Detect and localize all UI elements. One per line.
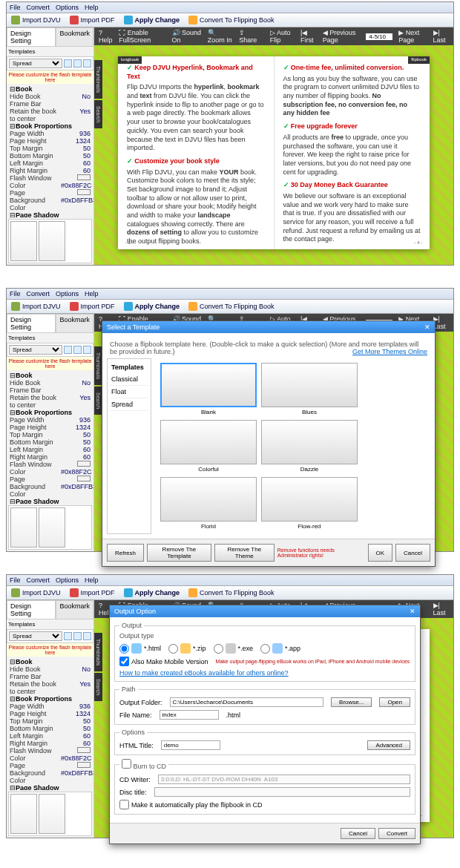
prop-row[interactable]: Bottom Margin50 [8,438,92,446]
autoplay-checkbox[interactable]: Make it automatically play the flipbook … [119,800,263,809]
category-spread[interactable]: Spread [110,398,148,411]
import-pdf-button[interactable]: Import PDF [70,16,115,24]
prop-row[interactable]: Book [8,85,92,93]
prop-row[interactable]: Flash Window Color #0x88F2C [8,174,92,189]
template-item-florid[interactable]: Florid [160,477,257,530]
menu-file[interactable]: File [10,4,21,11]
prop-row[interactable]: Bottom Margin50 [8,152,92,160]
prop-row[interactable]: Page Height1324 [8,710,92,717]
template-browse-icon[interactable] [64,59,72,68]
first-page-button[interactable]: |◀ First [300,29,317,44]
share-button[interactable]: ⇪ Share [239,29,258,44]
howto-link[interactable]: How to make created eBooks available for… [119,669,289,677]
prop-row[interactable]: Page Shadow [8,498,92,504]
prop-row[interactable]: Page Background Color #0xD8FFB3 [8,476,92,498]
prop-row[interactable]: Book [8,658,92,665]
sound-button[interactable]: 🔊 Sound On [172,29,202,44]
cancel-button[interactable]: Cancel [395,544,430,562]
prop-row[interactable]: Page Shadow [8,784,92,790]
remove-theme-button[interactable]: Remove The Theme [214,544,275,562]
prop-row[interactable]: Top Margin50 [8,717,92,725]
tab-design-setting[interactable]: Design Setting [7,27,56,46]
next-page-button[interactable]: ▶ Next Page [398,29,427,44]
more-themes-link[interactable]: Get More Themes Online [352,348,427,355]
close-icon[interactable]: ✕ [410,608,415,615]
prop-row[interactable]: Bottom Margin50 [8,725,92,732]
menu-options[interactable]: Options [56,4,79,11]
prop-row[interactable]: Page Background Color #0xD8FFB3 [8,189,92,211]
template-item-blank[interactable]: Blank [160,363,257,415]
template-item-flow-red[interactable]: Flow-red [261,477,358,530]
close-icon[interactable]: ✕ [424,323,430,331]
prop-row[interactable]: Page Height1324 [8,424,92,431]
prop-row[interactable]: Hide Book Frame BarNo [8,379,92,394]
convert-button[interactable]: Convert To Flipping Book [188,16,274,24]
prop-row[interactable]: Left Margin60 [8,160,92,167]
filename-input[interactable] [160,710,219,720]
template-item-dazzle[interactable]: Dazzle [261,420,358,473]
prop-row[interactable]: Right Margin60 [8,167,92,174]
category-float[interactable]: Float [110,386,148,398]
autoflip-button[interactable]: ▷ Auto Flip [270,29,295,44]
type-app[interactable]: *.app [260,643,300,654]
prop-row[interactable]: Hide Book Frame BarNo [8,93,92,108]
flipbook[interactable]: longbook ✓ Keep DJVU Hyperlink, Bookmark… [118,56,430,249]
prop-row[interactable]: Book Proportions [8,695,92,703]
prop-row[interactable]: Left Margin60 [8,732,92,740]
prop-row[interactable]: Retain the book to centerYes [8,108,92,122]
prop-row[interactable]: Hide Book Frame BarNo [8,665,92,680]
prop-row[interactable]: Flash Window Color #0x88F2C [8,461,92,476]
prop-row[interactable]: Right Margin60 [8,740,92,747]
prop-row[interactable]: Left Margin60 [8,446,92,453]
search-tab[interactable]: Search [94,100,102,128]
template-select[interactable]: Spread [9,59,62,68]
prop-row[interactable]: Book Proportions [8,409,92,416]
convert-button[interactable]: Convert [378,828,415,839]
mobile-checkbox[interactable]: Also Make Mobile Version [119,657,208,666]
prop-row[interactable]: Retain the book to centerYes [8,680,92,695]
thumbnails-tab[interactable]: Thumbnails [94,60,102,99]
advanced-button[interactable]: Advanced [367,740,410,750]
open-button[interactable]: Open [379,697,410,707]
last-page-button[interactable]: ▶| Last [433,29,449,44]
prop-row[interactable]: Top Margin50 [8,431,92,438]
template-item-blues[interactable]: Blues [261,363,358,415]
type-html[interactable]: *.html [119,643,161,654]
apply-change-button[interactable]: Apply Change [124,16,180,24]
help-button[interactable]: ? Help [99,29,113,44]
prop-row[interactable]: Page Background Color #0xD8FFB3 [8,762,92,784]
prop-row[interactable]: Book Proportions [8,122,92,130]
prop-row[interactable]: Page Height1324 [8,137,92,145]
category-classical[interactable]: Classical [110,373,148,386]
type-zip[interactable]: *.zip [168,643,206,654]
prop-row[interactable]: Right Margin60 [8,453,92,461]
fullscreen-button[interactable]: ⛶ Enable FullScreen [119,29,165,44]
zoom-button[interactable]: 🔍 Zoom In [208,29,234,44]
page-input[interactable] [366,33,392,40]
prop-row[interactable]: Page Shadow [8,211,92,217]
tab-bookmark[interactable]: Bookmark [56,27,93,46]
type-exe[interactable]: *.exe [214,643,254,654]
prop-row[interactable]: Retain the book to centerYes [8,394,92,409]
html-title-input[interactable] [161,740,220,750]
burn-cd-checkbox[interactable]: Burn to CD [122,763,166,770]
menu-convert[interactable]: Convert [27,4,50,11]
output-folder-input[interactable] [170,697,324,707]
ok-button[interactable]: OK [368,544,393,562]
prop-row[interactable]: Page Width936 [8,703,92,710]
property-grid[interactable]: BookHide Book Frame BarNoRetain the book… [7,84,93,217]
prop-row[interactable]: Page Width936 [8,130,92,137]
remove-template-button[interactable]: Remove The Template [147,544,211,562]
prop-row[interactable]: Top Margin50 [8,145,92,152]
browse-button[interactable]: Browse... [331,697,372,707]
prop-row[interactable]: Book [8,372,92,379]
prop-row[interactable]: Flash Window Color #0x88F2C [8,747,92,762]
import-djvu-button[interactable]: Import DJVU [11,16,61,24]
cancel-button[interactable]: Cancel [341,828,375,839]
template-item-colorful[interactable]: Colorful [160,420,257,473]
refresh-button[interactable]: Refresh [107,544,144,562]
template-export-icon[interactable] [83,59,91,68]
prop-row[interactable]: Page Width936 [8,416,92,424]
menu-help[interactable]: Help [85,4,99,11]
prev-page-button[interactable]: ◀ Previous Page [323,29,361,44]
